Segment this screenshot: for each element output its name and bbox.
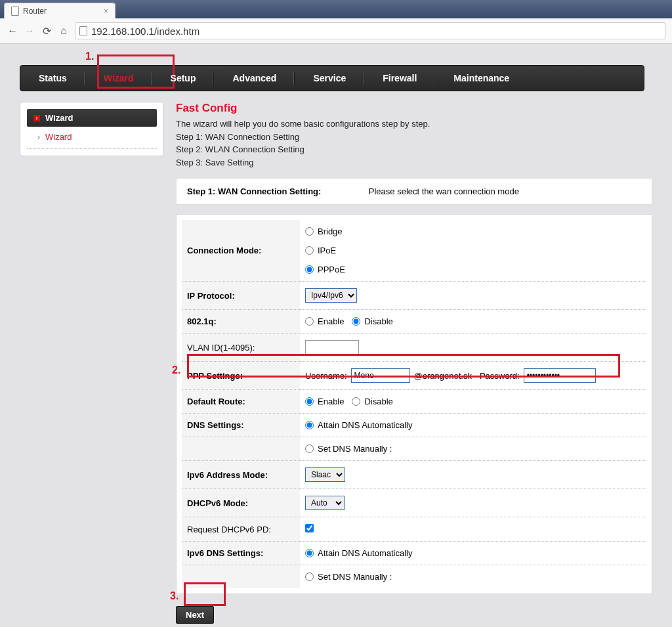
ppp-password-label: Password: <box>480 371 520 381</box>
tab-title: Router <box>23 7 47 16</box>
step-box-label: Step 1: WAN Connection Setting: <box>187 186 369 196</box>
dot1q-label: 802.1q: <box>182 310 300 334</box>
topnav-item-wizard[interactable]: Wizard <box>85 65 152 91</box>
radio-ipoe[interactable] <box>305 246 314 255</box>
chevron-right-icon: › <box>37 132 40 142</box>
close-icon[interactable]: × <box>104 7 108 16</box>
ip-protocol-label: IP Protocol: <box>182 282 300 310</box>
ppp-settings-label: PPP Settings: <box>182 362 300 390</box>
ppp-domain-text: @orangenet.sk <box>414 371 472 381</box>
connection-mode-bridge[interactable]: Bridge <box>305 227 641 236</box>
vlan-label: VLAN ID(1-4095): <box>182 334 300 362</box>
dns-manual[interactable]: Set DNS Manually : <box>305 444 641 454</box>
default-route-disable[interactable]: Disable <box>352 397 392 406</box>
radio-ipv6dns-auto[interactable] <box>305 549 314 557</box>
main-content: Fast Config The wizard will help you do … <box>176 102 652 624</box>
dhcpv6-mode-label: DHCPv6 Mode: <box>182 489 300 517</box>
ipv6-address-mode-select[interactable]: Slaac <box>305 467 345 482</box>
radio-bridge[interactable] <box>305 227 314 236</box>
radio-droute-enable[interactable] <box>305 397 314 406</box>
browser-chrome: Router × ← → ⟳ ⌂ 192.168.100.1/index.htm <box>0 0 672 44</box>
topnav-item-service[interactable]: Service <box>295 65 364 91</box>
topnav: StatusWizardSetupAdvancedServiceFirewall… <box>20 65 644 91</box>
forward-icon[interactable]: → <box>24 25 35 37</box>
browser-tab-bar: Router × <box>0 0 672 18</box>
radio-dot1q-disable[interactable] <box>352 317 360 326</box>
radio-pppoe[interactable] <box>305 265 314 274</box>
page-icon <box>79 26 87 35</box>
dot1q-disable[interactable]: Disable <box>352 316 392 326</box>
default-route-label: Default Route: <box>182 390 300 414</box>
topnav-item-status[interactable]: Status <box>20 65 85 91</box>
annotation-1: 1. <box>85 51 94 62</box>
form-panel: Connection Mode: Bridge IPoE <box>176 214 652 594</box>
connection-mode-pppoe[interactable]: PPPoE <box>305 265 641 274</box>
ipv6-dns-settings-label: Ipv6 DNS Settings: <box>182 542 300 565</box>
radio-ipv6dns-manual[interactable] <box>305 573 314 581</box>
dhcpv6-mode-select[interactable]: Auto <box>305 496 345 510</box>
arrow-icon: › <box>33 115 40 121</box>
dns-settings-label: DNS Settings: <box>182 414 300 437</box>
topnav-item-advanced[interactable]: Advanced <box>214 65 295 91</box>
sidebar-item-label: Wizard <box>45 132 72 142</box>
browser-toolbar: ← → ⟳ ⌂ 192.168.100.1/index.htm <box>0 18 672 43</box>
sidebar-head-label: Wizard <box>45 113 74 123</box>
ppp-username-input[interactable] <box>351 368 410 383</box>
home-icon[interactable]: ⌂ <box>58 25 70 37</box>
step-box-desc: Please select the wan connection mode <box>369 186 641 196</box>
ipv6-address-mode-label: Ipv6 Address Mode: <box>182 461 300 489</box>
sidebar-item-wizard[interactable]: › Wizard <box>27 127 157 149</box>
request-dhcpv6-pd-checkbox[interactable] <box>305 524 314 532</box>
page-title: Fast Config <box>176 102 652 115</box>
ppp-username-label: Username: <box>305 371 347 381</box>
annotation-3: 3. <box>170 590 178 602</box>
radio-dns-manual[interactable] <box>305 444 314 453</box>
ipv6-dns-manual[interactable]: Set DNS Manually : <box>305 572 641 582</box>
connection-mode-ipoe[interactable]: IPoE <box>305 246 641 255</box>
vlan-id-input[interactable] <box>305 340 359 355</box>
next-button[interactable]: Next <box>176 606 214 624</box>
default-route-enable[interactable]: Enable <box>305 397 344 406</box>
request-dhcpv6-pd-label: Request DHCPv6 PD: <box>182 517 300 542</box>
ipv6-dns-auto[interactable]: Attain DNS Automatically <box>305 548 641 558</box>
url-input[interactable]: 192.168.100.1/index.htm <box>75 22 665 39</box>
topnav-item-firewall[interactable]: Firewall <box>364 65 435 91</box>
url-text: 192.168.100.1/index.htm <box>91 26 200 37</box>
back-icon[interactable]: ← <box>7 25 18 37</box>
radio-droute-disable[interactable] <box>352 397 360 406</box>
radio-dns-auto[interactable] <box>305 421 314 429</box>
dns-auto[interactable]: Attain DNS Automatically <box>305 420 641 430</box>
topnav-item-setup[interactable]: Setup <box>152 65 215 91</box>
ip-protocol-select[interactable]: Ipv4/Ipv6 <box>305 288 357 303</box>
intro-text: The wizard will help you do some basic c… <box>176 118 652 169</box>
sidebar: › Wizard › Wizard <box>20 102 164 156</box>
sidebar-head-wizard[interactable]: › Wizard <box>27 109 157 127</box>
annotation-2: 2. <box>172 364 180 376</box>
radio-dot1q-enable[interactable] <box>305 317 314 326</box>
ppp-password-input[interactable] <box>524 368 596 383</box>
topnav-item-maintenance[interactable]: Maintenance <box>435 65 528 91</box>
step-box: Step 1: WAN Connection Setting: Please s… <box>176 178 652 205</box>
connection-mode-label: Connection Mode: <box>182 220 300 282</box>
reload-icon[interactable]: ⟳ <box>41 25 52 37</box>
browser-tab[interactable]: Router × <box>4 3 116 18</box>
dot1q-enable[interactable]: Enable <box>305 316 344 326</box>
page-icon <box>11 7 19 16</box>
